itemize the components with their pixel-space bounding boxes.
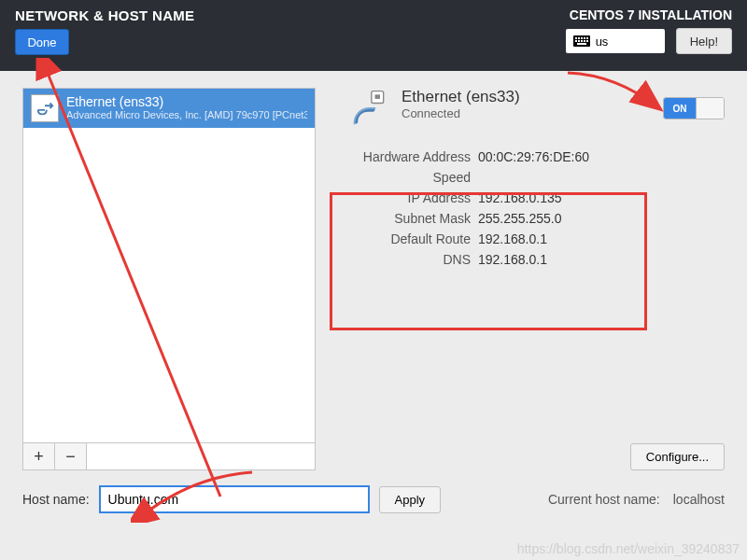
keyboard-indicator[interactable]: us bbox=[566, 29, 665, 53]
svg-rect-8 bbox=[581, 40, 583, 42]
svg-rect-5 bbox=[586, 37, 588, 39]
toggle-on-label: ON bbox=[664, 98, 696, 119]
hostname-label: Host name: bbox=[22, 492, 90, 507]
info-label: IP Address bbox=[349, 190, 471, 205]
info-label: Hardware Address bbox=[349, 149, 471, 164]
nic-detail-pane: ON Ethernet (ens33) Connected Hardware A… bbox=[349, 88, 725, 470]
header-tools: us Help! bbox=[566, 28, 732, 54]
ethernet-icon bbox=[349, 88, 390, 129]
info-label: Speed bbox=[349, 170, 471, 185]
done-button[interactable]: Done bbox=[15, 29, 69, 55]
nic-info-grid: Hardware Address 00:0C:29:76:DE:60 Speed… bbox=[349, 149, 725, 267]
nic-list-pane: Ethernet (ens33) Advanced Micro Devices,… bbox=[22, 88, 316, 470]
footer-bar: Host name: Apply Current host name: loca… bbox=[0, 470, 747, 528]
svg-rect-11 bbox=[577, 43, 586, 45]
header-left: NETWORK & HOST NAME Done bbox=[15, 7, 194, 63]
configure-button[interactable]: Configure... bbox=[630, 443, 725, 470]
info-value: 192.168.0.1 bbox=[478, 252, 725, 267]
nic-item-name: Ethernet (ens33) bbox=[66, 94, 307, 109]
info-label: Subnet Mask bbox=[349, 211, 471, 226]
svg-rect-3 bbox=[581, 37, 583, 39]
toggle-handle bbox=[696, 98, 724, 119]
ethernet-small-icon bbox=[31, 94, 59, 122]
keyboard-icon bbox=[573, 35, 590, 47]
help-button[interactable]: Help! bbox=[676, 28, 732, 54]
nic-title: Ethernet (ens33) bbox=[402, 88, 520, 106]
info-value: 192.168.0.1 bbox=[478, 231, 725, 246]
svg-rect-9 bbox=[584, 40, 585, 42]
installer-title: CENTOS 7 INSTALLATION bbox=[570, 7, 732, 22]
info-value: 192.168.0.135 bbox=[478, 190, 725, 205]
header-bar: NETWORK & HOST NAME Done CENTOS 7 INSTAL… bbox=[0, 0, 747, 71]
nic-title-block: Ethernet (ens33) Connected bbox=[402, 88, 520, 120]
content-area: Ethernet (ens33) Advanced Micro Devices,… bbox=[0, 71, 747, 470]
connection-toggle[interactable]: ON bbox=[663, 97, 725, 119]
svg-rect-13 bbox=[375, 94, 381, 99]
nic-item-text: Ethernet (ens33) Advanced Micro Devices,… bbox=[66, 94, 307, 120]
add-nic-button[interactable]: + bbox=[23, 443, 55, 469]
svg-rect-6 bbox=[575, 40, 577, 42]
keyboard-layout-label: us bbox=[596, 35, 609, 49]
nic-list-item[interactable]: Ethernet (ens33) Advanced Micro Devices,… bbox=[23, 89, 315, 128]
svg-rect-1 bbox=[575, 37, 577, 39]
remove-nic-button[interactable]: − bbox=[55, 443, 87, 469]
svg-rect-10 bbox=[586, 40, 588, 42]
svg-rect-2 bbox=[578, 37, 580, 39]
hostname-input[interactable] bbox=[99, 485, 370, 513]
watermark: https://blog.csdn.net/weixin_39240837 bbox=[517, 541, 740, 556]
info-label: DNS bbox=[349, 252, 471, 267]
header-right: CENTOS 7 INSTALLATION us Help! bbox=[566, 7, 732, 63]
svg-rect-4 bbox=[584, 37, 585, 39]
svg-rect-7 bbox=[578, 40, 580, 42]
nic-status: Connected bbox=[402, 106, 520, 120]
info-value: 00:0C:29:76:DE:60 bbox=[478, 149, 725, 164]
nic-list[interactable]: Ethernet (ens33) Advanced Micro Devices,… bbox=[22, 88, 316, 443]
nic-item-desc: Advanced Micro Devices, Inc. [AMD] 79c97… bbox=[66, 109, 307, 120]
page-title: NETWORK & HOST NAME bbox=[15, 7, 194, 23]
info-value: 255.255.255.0 bbox=[478, 211, 725, 226]
current-hostname-value: localhost bbox=[673, 492, 725, 507]
current-hostname-label: Current host name: bbox=[548, 492, 660, 507]
info-label: Default Route bbox=[349, 231, 471, 246]
info-value bbox=[478, 170, 725, 185]
apply-button[interactable]: Apply bbox=[379, 486, 442, 513]
list-buttons: + − bbox=[22, 443, 316, 470]
current-hostname: Current host name: localhost bbox=[548, 492, 725, 507]
